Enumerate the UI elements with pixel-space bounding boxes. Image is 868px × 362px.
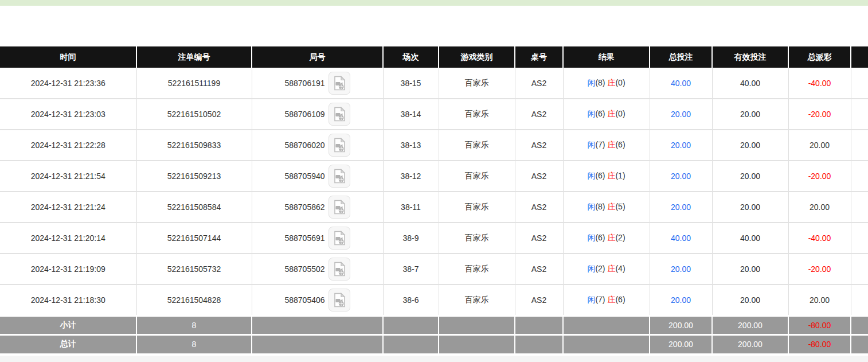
cell-valid-bet: 20.00 — [712, 254, 788, 285]
table-row: 2024-12-31 21:19:09522161505732588705502… — [0, 254, 868, 285]
result-player-label: 闲 — [587, 295, 595, 304]
cell-table-no: AS2 — [515, 254, 563, 285]
header-time: 时间 — [0, 46, 136, 68]
cell-extra — [851, 99, 868, 130]
video-replay-button[interactable] — [329, 72, 350, 95]
result-banker-score: (2) — [615, 233, 625, 242]
result-player-label: 闲 — [587, 202, 595, 211]
cell-session: 38-13 — [383, 130, 439, 161]
cell-game-type: 百家乐 — [439, 68, 515, 99]
summary-total-bet: 200.00 — [650, 334, 712, 353]
summary-empty-result — [563, 316, 650, 334]
video-replay-button[interactable] — [329, 165, 350, 188]
cell-extra — [851, 130, 868, 161]
video-replay-button[interactable] — [329, 258, 350, 281]
video-file-icon — [333, 293, 346, 307]
cell-total-bet: 40.00 — [650, 223, 712, 254]
result-banker-label: 庄 — [607, 109, 615, 118]
cell-extra — [851, 254, 868, 285]
cell-valid-bet: 20.00 — [712, 99, 788, 130]
cell-game-type: 百家乐 — [439, 161, 515, 192]
video-file-icon — [333, 76, 346, 91]
header-game: 游戏类别 — [439, 46, 515, 68]
summary-valid-bet: 200.00 — [712, 334, 788, 353]
video-file-icon — [333, 107, 346, 122]
round-number: 588705940 — [284, 172, 324, 181]
result-banker-score: (5) — [615, 202, 625, 211]
table-body: 2024-12-31 21:23:36522161511199588706191… — [0, 68, 868, 316]
cell-game-type: 百家乐 — [439, 254, 515, 285]
result-player-label: 闲 — [587, 78, 595, 87]
round-number: 588705691 — [284, 233, 324, 243]
cell-result: 闲(6) 庄(1) — [563, 161, 650, 192]
cell-time: 2024-12-31 21:22:28 — [0, 130, 136, 161]
summary-empty-game — [439, 334, 515, 353]
cell-table-no: AS2 — [515, 161, 563, 192]
cell-result: 闲(8) 庄(0) — [563, 68, 650, 99]
result-player-label: 闲 — [587, 264, 595, 273]
cell-total-bet: 20.00 — [650, 99, 712, 130]
summary-total-bet: 200.00 — [650, 316, 712, 334]
cell-payout: -20.00 — [788, 161, 851, 192]
cell-session: 38-12 — [383, 161, 439, 192]
result-player-score: (6) — [595, 171, 605, 180]
result-banker-score: (4) — [615, 264, 625, 273]
summary-empty-result — [563, 334, 650, 353]
result-banker-score: (0) — [615, 109, 625, 118]
summary-empty-extra — [851, 334, 868, 353]
summary-payout: -80.00 — [788, 334, 851, 353]
result-player-score: (7) — [595, 140, 605, 149]
result-banker-label: 庄 — [607, 264, 615, 273]
cell-time: 2024-12-31 21:23:36 — [0, 68, 136, 99]
cell-session: 38-6 — [383, 285, 439, 316]
header-payout: 总派彩 — [788, 46, 851, 68]
cell-round: 588706020 — [252, 130, 383, 161]
video-replay-button[interactable] — [329, 196, 350, 219]
cell-session: 38-7 — [383, 254, 439, 285]
table-row: 2024-12-31 21:21:54522161509213588705940… — [0, 161, 868, 192]
table-row: 2024-12-31 21:23:36522161511199588706191… — [0, 68, 868, 99]
cell-total-bet: 20.00 — [650, 161, 712, 192]
header-result: 结果 — [563, 46, 650, 68]
round-number: 588706109 — [284, 110, 324, 119]
cell-time: 2024-12-31 21:20:14 — [0, 223, 136, 254]
video-replay-button[interactable] — [329, 289, 350, 312]
cell-table-no: AS2 — [515, 223, 563, 254]
header-bet_id: 注单编号 — [136, 46, 252, 68]
video-replay-button[interactable] — [329, 134, 350, 157]
cell-payout: 20.00 — [788, 192, 851, 223]
cell-game-type: 百家乐 — [439, 285, 515, 316]
summary-count: 8 — [136, 334, 252, 353]
records-table-container: 时间注单编号局号场次游戏类别桌号结果总投注有效投注总派彩 2024-12-31 … — [0, 46, 868, 353]
summary-empty-game — [439, 316, 515, 334]
table-header: 时间注单编号局号场次游戏类别桌号结果总投注有效投注总派彩 — [0, 46, 868, 68]
cell-session: 38-11 — [383, 192, 439, 223]
result-banker-label: 庄 — [607, 295, 615, 304]
summary-label: 小计 — [0, 316, 136, 334]
result-banker-label: 庄 — [607, 233, 615, 242]
cell-total-bet: 20.00 — [650, 285, 712, 316]
summary-valid-bet: 200.00 — [712, 316, 788, 334]
video-replay-button[interactable] — [329, 227, 350, 250]
cell-extra — [851, 223, 868, 254]
cell-total-bet: 20.00 — [650, 254, 712, 285]
cell-round: 588706191 — [252, 68, 383, 99]
cell-extra — [851, 285, 868, 316]
header-table_no: 桌号 — [515, 46, 563, 68]
summary-empty-table — [515, 334, 563, 353]
table-footer: 小计8200.00200.00-80.00总计8200.00200.00-80.… — [0, 316, 868, 353]
summary-empty-round — [252, 316, 383, 334]
video-file-icon — [333, 200, 346, 215]
summary-label: 总计 — [0, 334, 136, 353]
result-player-score: (8) — [595, 78, 605, 87]
result-player-label: 闲 — [587, 233, 595, 242]
cell-round: 588705940 — [252, 161, 383, 192]
video-replay-button[interactable] — [329, 103, 350, 126]
result-banker-label: 庄 — [607, 202, 615, 211]
cell-round: 588706109 — [252, 99, 383, 130]
cell-extra — [851, 68, 868, 99]
bottom-strip — [0, 356, 868, 362]
cell-result: 闲(7) 庄(6) — [563, 130, 650, 161]
cell-bet-id: 522161509833 — [136, 130, 252, 161]
result-player-label: 闲 — [587, 109, 595, 118]
